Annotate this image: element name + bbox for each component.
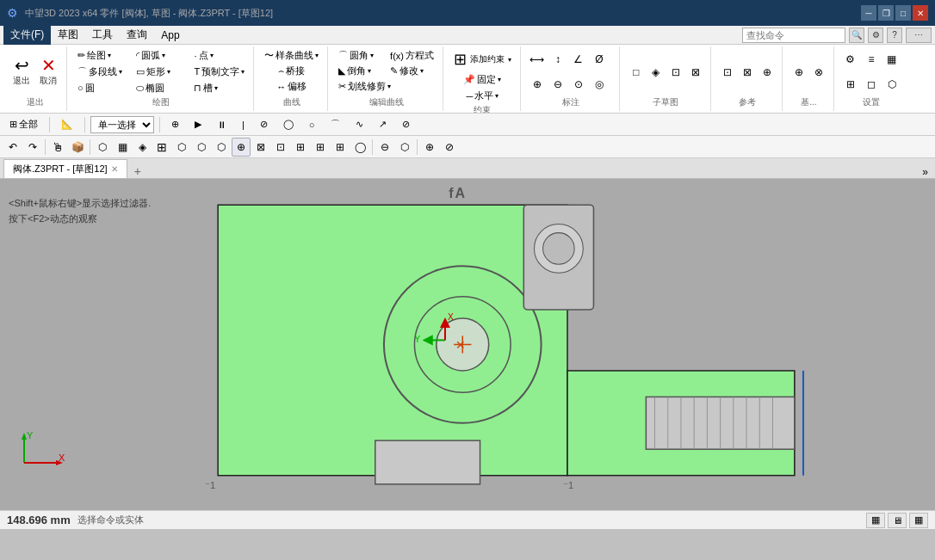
r2-icon18[interactable]: ⊖	[375, 138, 394, 157]
tb-icon6[interactable]: ◯	[277, 115, 300, 134]
r2-icon12[interactable]: ⊠	[251, 138, 270, 157]
fix-button[interactable]: 📌 固定 ▾	[460, 72, 505, 87]
add-tab-button[interactable]: +	[127, 164, 148, 178]
r2-icon7[interactable]: ◈	[133, 138, 152, 157]
menu-app[interactable]: App	[154, 26, 186, 45]
base1-button[interactable]: ⊕	[789, 63, 808, 82]
r2-icon21[interactable]: ⊘	[440, 138, 459, 157]
chamfer-button[interactable]: ◣ 倒角 ▾	[335, 64, 386, 78]
ref3-button[interactable]: ⊕	[758, 63, 777, 82]
r2-icon5[interactable]: ⬡	[93, 138, 112, 157]
expand-button[interactable]: ⋯	[906, 28, 932, 43]
setting3-button[interactable]: ▦	[882, 50, 901, 69]
draw-text-button[interactable]: T 预制文字 ▾	[190, 65, 248, 79]
tab-close-button[interactable]: ✕	[111, 164, 118, 174]
subsketch2-button[interactable]: ◈	[647, 63, 666, 82]
status-icon3[interactable]: ▦	[909, 513, 928, 528]
draw-point-button[interactable]: · 点 ▾	[190, 48, 248, 63]
add-constraint-button[interactable]: ⊞ 添加约束 ▾	[450, 48, 515, 71]
draw-ellipse-button[interactable]: ⬭ 椭圆	[133, 81, 190, 95]
tb-icon8[interactable]: ⌒	[325, 115, 346, 134]
mode-button[interactable]: ⊞ 全部	[3, 115, 44, 134]
tb-icon2[interactable]: ▶	[189, 115, 207, 134]
bridge-button[interactable]: ⌢ 桥接	[275, 64, 308, 78]
r2-icon20[interactable]: ⊕	[420, 138, 439, 157]
horizontal-button[interactable]: ─ 水平 ▾	[463, 89, 503, 103]
r2-icon9[interactable]: ⬡	[172, 138, 191, 157]
r2-icon15[interactable]: ⊞	[311, 138, 330, 157]
setting5-button[interactable]: ◻	[862, 75, 881, 94]
dim6-button[interactable]: ⊖	[548, 75, 567, 94]
search-input[interactable]	[742, 28, 845, 43]
r2-icon10[interactable]: ⬡	[192, 138, 211, 157]
subsketch3-button[interactable]: ⊡	[666, 63, 685, 82]
tb-icon1[interactable]: ⊕	[165, 115, 185, 134]
tb-icon5[interactable]: ⊘	[254, 115, 274, 134]
r2-icon16[interactable]: ⊞	[331, 138, 350, 157]
dim7-button[interactable]: ⊙	[569, 75, 588, 94]
minimize-button[interactable]: ─	[861, 5, 876, 21]
draw-line-button[interactable]: ✏ 绘图 ▾	[74, 48, 132, 63]
r2-icon1[interactable]: ↶	[3, 138, 22, 157]
close-button[interactable]: ✕	[913, 5, 928, 21]
status-icon2[interactable]: 🖥	[888, 513, 907, 528]
modify-button[interactable]: ✎ 修改 ▾	[387, 64, 437, 78]
dim4-button[interactable]: Ø	[590, 50, 609, 69]
sketch-view[interactable]: ✕ ⁻1 ⁻1 Y X	[112, 196, 901, 493]
maximize-button[interactable]: □	[895, 5, 911, 21]
subsketch4-button[interactable]: ⊠	[686, 63, 705, 82]
setting6-button[interactable]: ⬡	[882, 75, 901, 94]
menu-tools[interactable]: 工具	[85, 26, 120, 45]
trim-button[interactable]: ✂ 划线修剪 ▾	[335, 79, 437, 94]
draw-polyline-button[interactable]: ⌒ 多段线 ▾	[74, 65, 132, 79]
menu-query[interactable]: 查询	[120, 26, 154, 45]
tb-icon4[interactable]: |	[236, 115, 251, 134]
r2-icon3[interactable]: 🖱	[48, 138, 67, 157]
r2-icon19[interactable]: ⬡	[395, 138, 414, 157]
offset-button[interactable]: ↔ 偏移	[273, 79, 310, 94]
subsketch1-button[interactable]: □	[627, 63, 646, 82]
setting2-button[interactable]: ≡	[862, 50, 881, 69]
r2-icon8[interactable]: ⊞	[152, 138, 171, 157]
tb-icon11[interactable]: ⊘	[396, 115, 416, 134]
tb-icon7[interactable]: ○	[303, 115, 321, 134]
r2-icon13[interactable]: ⊡	[271, 138, 290, 157]
tb-icon9[interactable]: ∿	[350, 115, 369, 134]
dim1-button[interactable]: ⟷	[528, 50, 547, 69]
setting1-button[interactable]: ⚙	[841, 50, 860, 69]
fillet-button[interactable]: ⌒ 圆角 ▾	[335, 48, 386, 63]
select-mode-dropdown[interactable]: 单一选择	[90, 116, 154, 133]
exit-button[interactable]: ↩ 退出	[9, 55, 34, 89]
menu-sketch[interactable]: 草图	[51, 26, 85, 45]
equation-button[interactable]: f(x) 方程式	[387, 48, 437, 63]
r2-icon14[interactable]: ⊞	[291, 138, 310, 157]
tab-scroll-right[interactable]: »	[922, 166, 935, 178]
draw-slot-button[interactable]: ⊓ 槽 ▾	[190, 81, 248, 95]
r2-icon6[interactable]: ▦	[113, 138, 132, 157]
dim3-button[interactable]: ∠	[569, 50, 588, 69]
draw-rect-button[interactable]: ▭ 矩形 ▾	[133, 65, 190, 79]
dim8-button[interactable]: ◎	[590, 75, 609, 94]
dim5-button[interactable]: ⊕	[528, 75, 547, 94]
restore-button[interactable]: ❐	[878, 5, 894, 21]
settings-button[interactable]: ⚙	[868, 28, 883, 43]
tb-icon10[interactable]: ↗	[373, 115, 393, 134]
sketch-icon-button[interactable]: 📐	[55, 115, 79, 134]
dim2-button[interactable]: ↕	[548, 50, 567, 69]
help-button[interactable]: ?	[887, 28, 902, 43]
setting4-button[interactable]: ⊞	[841, 75, 860, 94]
r2-icon17[interactable]: ◯	[350, 138, 369, 157]
base2-button[interactable]: ⊗	[809, 63, 828, 82]
cancel-button[interactable]: ✕ 取消	[35, 55, 61, 89]
status-icon1[interactable]: ▦	[866, 513, 885, 528]
tb-icon3[interactable]: ⏸	[211, 115, 232, 134]
ref2-button[interactable]: ⊠	[738, 63, 757, 82]
r2-icon2[interactable]: ↷	[23, 138, 42, 157]
draw-circle-button[interactable]: ○ 圆	[74, 81, 132, 95]
spline-button[interactable]: 〜 样条曲线 ▾	[261, 48, 322, 63]
ref1-button[interactable]: ⊡	[718, 63, 737, 82]
doc-tab-main[interactable]: 阀体.Z3PRT - [草图12] ✕	[3, 159, 127, 178]
search-button[interactable]: 🔍	[849, 28, 864, 43]
r2-target-icon[interactable]: ⊕	[232, 138, 251, 157]
menu-file[interactable]: 文件(F)	[3, 26, 51, 45]
